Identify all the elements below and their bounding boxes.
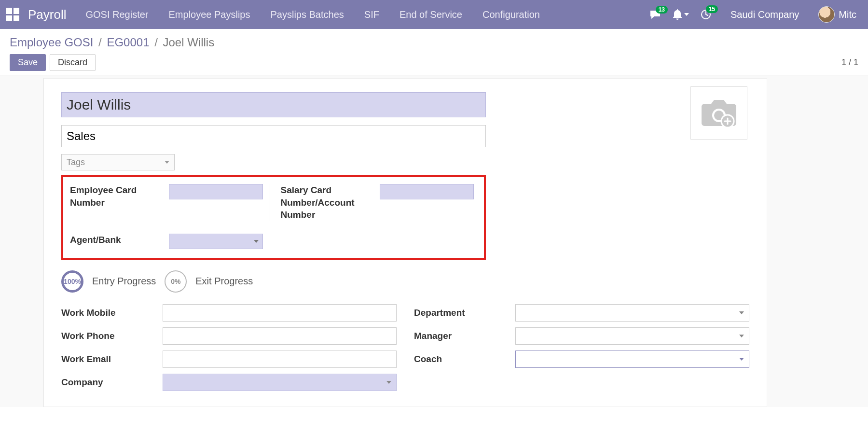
right-field-column: Department Manager Coach xyxy=(414,304,749,397)
breadcrumb-root[interactable]: Employee GOSI xyxy=(10,36,93,49)
salary-card-number-input[interactable] xyxy=(380,184,474,199)
job-title-input[interactable] xyxy=(61,125,486,147)
sheet-gutter xyxy=(0,78,43,407)
work-phone-label: Work Phone xyxy=(61,331,163,341)
manager-label: Manager xyxy=(414,331,515,341)
employee-card-number-input[interactable] xyxy=(169,184,263,199)
agent-bank-label: Agent/Bank xyxy=(70,234,169,249)
top-navbar: Payroll GOSI Register Employee Payslips … xyxy=(0,0,868,29)
user-menu[interactable]: Mitc xyxy=(818,6,856,23)
work-mobile-label: Work Mobile xyxy=(61,308,163,318)
notifications-icon[interactable] xyxy=(673,9,689,20)
user-name-short: Mitc xyxy=(839,9,856,20)
company-selector[interactable]: Saudi Company xyxy=(730,9,799,20)
camera-icon xyxy=(700,97,738,129)
messages-badge: 13 xyxy=(656,6,668,14)
company-label: Company xyxy=(61,377,163,388)
chevron-down-icon xyxy=(684,13,689,16)
nav-employee-payslips[interactable]: Employee Payslips xyxy=(169,9,250,20)
employee-card-number-label: Employee Card Number xyxy=(70,184,169,209)
department-label: Department xyxy=(414,308,515,318)
pager[interactable]: 1 / 1 xyxy=(841,57,858,68)
form-sheet: Tags Employee Card Number Salary Card Nu… xyxy=(43,78,767,407)
work-email-input[interactable] xyxy=(163,351,397,368)
avatar xyxy=(818,6,835,23)
activities-badge: 15 xyxy=(706,5,718,13)
apps-icon[interactable] xyxy=(6,8,19,21)
left-field-column: Work Mobile Work Phone Work Email Compan… xyxy=(61,304,397,397)
tags-placeholder: Tags xyxy=(67,157,85,168)
nav-sif[interactable]: SIF xyxy=(364,9,379,20)
coach-label: Coach xyxy=(414,354,515,365)
activities-icon[interactable]: 15 xyxy=(701,9,711,20)
entry-progress-label: Entry Progress xyxy=(92,276,156,287)
tags-select[interactable]: Tags xyxy=(61,154,175,170)
company-select[interactable] xyxy=(163,374,397,391)
save-button[interactable]: Save xyxy=(10,54,46,71)
card-details-section: Employee Card Number Salary Card Number/… xyxy=(61,175,486,260)
work-email-label: Work Email xyxy=(61,354,163,365)
breadcrumb-mid[interactable]: EG0001 xyxy=(107,36,149,49)
agent-bank-select[interactable] xyxy=(169,234,263,249)
app-brand[interactable]: Payroll xyxy=(28,7,66,22)
control-bar: Employee GOSI / EG0001 / Joel Willis Sav… xyxy=(0,29,868,75)
employee-name-input[interactable] xyxy=(61,92,486,117)
work-phone-input[interactable] xyxy=(163,327,397,345)
breadcrumb-current: Joel Willis xyxy=(163,36,215,49)
work-mobile-input[interactable] xyxy=(163,304,397,322)
exit-progress-circle[interactable]: 0% xyxy=(165,270,187,293)
nav-configuration[interactable]: Configuration xyxy=(482,9,540,20)
progress-row: 100% Entry Progress 0% Exit Progress xyxy=(61,270,749,293)
messages-icon[interactable]: 13 xyxy=(649,10,661,19)
manager-select[interactable] xyxy=(515,327,749,345)
exit-progress-label: Exit Progress xyxy=(195,276,253,287)
salary-card-number-label: Salary Card Number/Account Number xyxy=(281,184,380,221)
department-select[interactable] xyxy=(515,304,749,322)
breadcrumb: Employee GOSI / EG0001 / Joel Willis xyxy=(10,36,858,49)
coach-select[interactable] xyxy=(515,351,749,368)
discard-button[interactable]: Discard xyxy=(50,54,96,71)
image-upload[interactable] xyxy=(690,86,747,140)
entry-progress-circle[interactable]: 100% xyxy=(61,270,83,293)
nav-payslips-batches[interactable]: Payslips Batches xyxy=(271,9,344,20)
nav-gosi-register[interactable]: GOSI Register xyxy=(85,9,148,20)
nav-end-of-service[interactable]: End of Service xyxy=(400,9,462,20)
